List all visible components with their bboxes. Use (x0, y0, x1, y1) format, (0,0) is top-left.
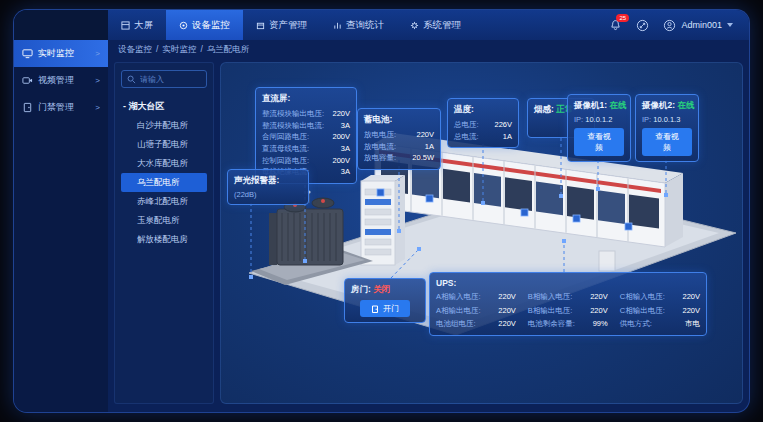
logo-corner (14, 10, 108, 40)
nav-tab-device-monitor[interactable]: 设备监控 (166, 10, 243, 40)
card-title: 摄像机2: (642, 100, 675, 110)
camera1-ip: 10.0.1.2 (585, 115, 612, 124)
tree-search-input[interactable] (140, 75, 201, 84)
navbar-right: 25 Admin001 (609, 19, 749, 32)
camera2-ip: 10.0.1.3 (653, 115, 680, 124)
card-title: 温度: (454, 104, 512, 116)
search-icon (127, 75, 136, 84)
stats-icon (333, 21, 342, 30)
tree-search (121, 70, 207, 88)
nav-tab-label: 资产管理 (269, 19, 307, 32)
breadcrumb: 设备监控 / 实时监控 / 乌兰配电所 / (108, 40, 749, 60)
battery-card: 蓄电池: 放电电压:220V放电电流:1A放电容量:20.5W (357, 108, 441, 170)
sidebar-item-realtime-monitor[interactable]: 实时监控 > (14, 40, 108, 67)
sidebar-item-video-manage[interactable]: 视频管理 > (14, 67, 108, 94)
card-title: UPS: (436, 278, 700, 288)
tree-item[interactable]: 玉泉配电所 (121, 211, 207, 230)
camera2-status: 在线 (677, 100, 694, 110)
nav-tab-label: 系统管理 (423, 19, 461, 32)
card-rows: 整流模块输出电压:220V整流模块输出电流:3A合闸回路电压:200V直流母线电… (262, 108, 350, 178)
username-label: Admin001 (681, 20, 722, 30)
collapse-icon: - (123, 101, 126, 111)
temperature-card: 温度: 总电压:226V总电流:1A (447, 98, 519, 148)
tree-item[interactable]: 解放楼配电房 (121, 230, 207, 249)
door-icon (22, 102, 33, 113)
top-navbar: 大屏 设备监控 资产管理 查询统计 系统管理 25 (108, 10, 749, 40)
breadcrumb-item[interactable]: 乌兰配电所 (207, 44, 250, 56)
gear-icon (410, 21, 419, 30)
asset-icon (256, 21, 265, 30)
ip-label: IP: (574, 115, 583, 124)
breadcrumb-item[interactable]: 设备监控 (118, 44, 152, 56)
nav-tab-asset-manage[interactable]: 资产管理 (243, 10, 320, 40)
avatar-icon (663, 19, 676, 32)
open-door-button[interactable]: 开门 (360, 300, 410, 317)
nav-tab-label: 大屏 (134, 19, 153, 32)
chevron-right-icon: > (95, 49, 100, 58)
notifications-button[interactable]: 25 (609, 19, 622, 32)
door-card: 房门: 关闭 开门 (344, 278, 426, 323)
chevron-right-icon: > (95, 76, 100, 85)
card-rows: 放电电压:220V放电电流:1A放电容量:20.5W (364, 129, 434, 164)
ups-card: UPS: A相输入电压:220VB相输入电压:220VC相输入电压:220VA相… (429, 272, 707, 336)
camera1-card: 摄像机1: 在线 IP: 10.0.1.2 查看视频 (567, 94, 631, 162)
card-title: 声光报警器: (234, 175, 302, 187)
small-cabinet (599, 251, 615, 271)
tree-item[interactable]: 大水库配电所 (121, 154, 207, 173)
camera1-status: 在线 (609, 100, 626, 110)
breadcrumb-separator: / (156, 44, 158, 56)
distribution-cabinet (361, 175, 405, 265)
notification-badge: 25 (616, 14, 629, 22)
tree-item[interactable]: 赤峰北配电所 (121, 192, 207, 211)
ups-grid: A相输入电压:220VB相输入电压:220VC相输入电压:220VA相输出电压:… (436, 291, 700, 330)
nav-tab-label: 查询统计 (346, 19, 384, 32)
nav-tab-query-stats[interactable]: 查询统计 (320, 10, 397, 40)
device-monitor-icon (179, 21, 188, 30)
camera2-card: 摄像机2: 在线 IP: 10.0.1.3 查看视频 (635, 94, 699, 162)
caret-down-icon (727, 23, 733, 27)
card-title: 烟感: (534, 104, 554, 114)
view-video-button[interactable]: 查看视频 (642, 128, 692, 156)
station-tree-panel: - 湖大台区 白沙井配电所 山塘子配电所 大水库配电所 乌兰配电所 赤峰北配电所 (114, 62, 214, 404)
ip-label: IP: (642, 115, 651, 124)
breadcrumb-separator: / (200, 44, 202, 56)
tree-children: 白沙井配电所 山塘子配电所 大水库配电所 乌兰配电所 赤峰北配电所 玉泉配电所 … (121, 116, 207, 249)
card-title: 蓄电池: (364, 114, 434, 126)
sidebar-item-label: 门禁管理 (38, 101, 74, 114)
fullscreen-icon (636, 19, 649, 32)
main-content: - 湖大台区 白沙井配电所 山塘子配电所 大水库配电所 乌兰配电所 赤峰北配电所 (108, 60, 749, 412)
tree-root-label: 湖大台区 (129, 101, 165, 111)
app-window: 实时监控 > 视频管理 > 门禁管理 > 大屏 设备监控 (13, 9, 750, 413)
card-title: 房门: (351, 284, 371, 294)
door-open-icon (371, 305, 379, 313)
chevron-right-icon: > (95, 103, 100, 112)
sidebar: 实时监控 > 视频管理 > 门禁管理 > (14, 10, 108, 412)
sidebar-item-door-manage[interactable]: 门禁管理 > (14, 94, 108, 121)
nav-tab-dashboard[interactable]: 大屏 (108, 10, 166, 40)
user-menu[interactable]: Admin001 (663, 19, 733, 32)
nav-tab-label: 设备监控 (192, 19, 230, 32)
view-video-button[interactable]: 查看视频 (574, 128, 624, 156)
fullscreen-button[interactable] (636, 19, 649, 32)
monitor-icon (22, 48, 33, 59)
tree-item[interactable]: 山塘子配电所 (121, 135, 207, 154)
door-status: 关闭 (373, 284, 390, 294)
video-icon (22, 75, 33, 86)
tree-item[interactable]: 乌兰配电所 (121, 173, 207, 192)
alarm-value: (22dB) (234, 190, 302, 199)
big-screen-icon (121, 21, 130, 30)
sidebar-item-label: 视频管理 (38, 74, 74, 87)
breadcrumb-item[interactable]: 实时监控 (162, 44, 196, 56)
main-column: 大屏 设备监控 资产管理 查询统计 系统管理 25 (108, 10, 749, 412)
card-title: 摄像机1: (574, 100, 607, 110)
card-rows: 总电压:226V总电流:1A (454, 119, 512, 142)
facility-stage: 直流屏: 整流模块输出电压:220V整流模块输出电流:3A合闸回路电压:200V… (220, 62, 743, 404)
sidebar-item-label: 实时监控 (38, 47, 74, 60)
card-title: 直流屏: (262, 93, 350, 105)
nav-tab-system-manage[interactable]: 系统管理 (397, 10, 474, 40)
tree-root-node[interactable]: - 湖大台区 (121, 97, 207, 116)
alarm-card: 声光报警器: (22dB) (227, 169, 309, 205)
tree-item[interactable]: 白沙井配电所 (121, 116, 207, 135)
